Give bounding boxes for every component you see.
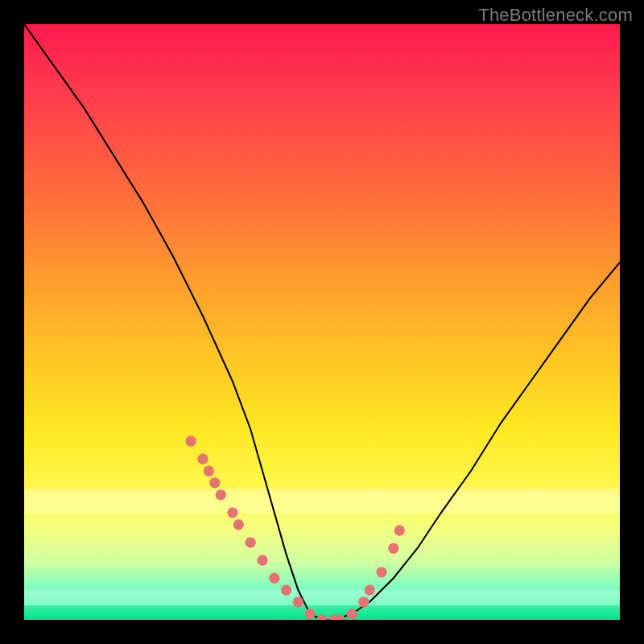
highlight-dot: [197, 454, 208, 464]
highlight-dot: [204, 465, 214, 476]
highlight-dot: [346, 609, 357, 619]
highlight-dot: [216, 489, 226, 500]
chart-plot-area: [24, 24, 620, 620]
highlight-dot: [269, 573, 279, 584]
highlight-dot: [246, 537, 256, 547]
highlight-dot: [233, 519, 244, 530]
highlight-dot: [394, 525, 405, 535]
highlight-dot: [281, 584, 291, 595]
highlight-dot: [257, 555, 267, 565]
highlight-dot: [293, 597, 303, 607]
bottleneck-chart: [24, 24, 620, 620]
highlight-dot: [209, 477, 220, 488]
highlight-dot: [388, 543, 398, 554]
highlight-dot: [376, 567, 386, 577]
highlight-dot: [358, 597, 369, 607]
highlight-dot: [365, 584, 375, 595]
highlight-dots-group: [186, 436, 405, 620]
watermark-text: TheBottleneck.com: [478, 5, 633, 26]
highlight-dot: [186, 436, 196, 446]
highlight-dot: [227, 507, 237, 518]
bottleneck-curve-line: [24, 24, 620, 620]
highlight-dot: [305, 609, 316, 619]
highlight-dot: [316, 614, 327, 620]
